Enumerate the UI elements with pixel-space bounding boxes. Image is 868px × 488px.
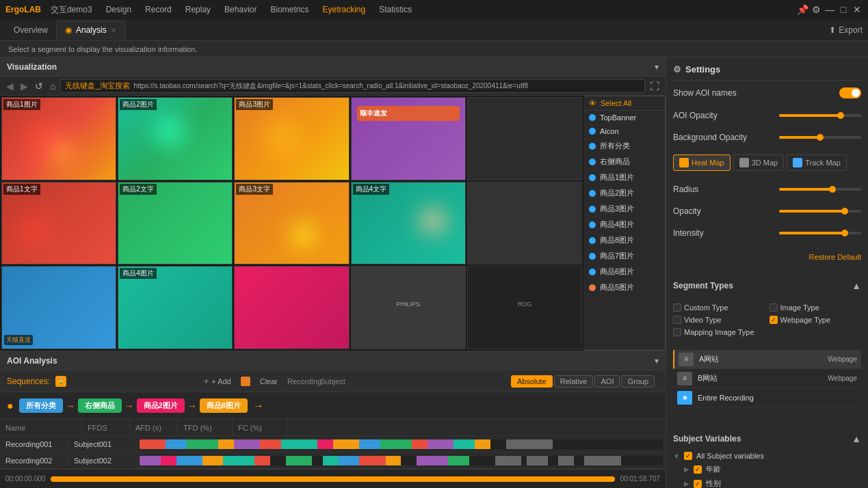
tab-analysis[interactable]: ◉ Analysis ✕ xyxy=(56,21,125,40)
cb-webpage-check[interactable]: ✓ xyxy=(770,316,778,324)
seg-item-a[interactable]: 🖥 A网站 Webpage xyxy=(673,350,861,369)
show-aoi-toggle[interactable] xyxy=(839,87,861,98)
chip-p2[interactable]: 商品2图片 xyxy=(137,398,185,413)
restore-default-button[interactable]: Restore Default xyxy=(673,253,861,261)
aoi-collapse-button[interactable]: ▾ xyxy=(655,356,659,366)
app-logo: ErgoLAB xyxy=(5,5,41,14)
close-button[interactable]: ✕ xyxy=(852,4,863,15)
minimize-button[interactable]: — xyxy=(824,4,835,15)
3dmap-tab[interactable]: 3D Map xyxy=(733,154,785,171)
nav-design[interactable]: Design xyxy=(102,5,135,14)
sv-gender-check[interactable]: ✓ xyxy=(694,480,702,488)
cb-image-check[interactable] xyxy=(770,303,778,312)
sv-all-check[interactable]: ✓ xyxy=(684,452,692,460)
aicon-dot xyxy=(589,128,596,135)
intensity-slider[interactable] xyxy=(779,232,861,234)
nav-biometrics[interactable]: Biometrics xyxy=(266,5,313,14)
home-button[interactable]: ⌂ xyxy=(48,79,57,93)
sv-age-check[interactable]: ✓ xyxy=(694,465,702,474)
project-name[interactable]: 交互demo3 xyxy=(47,4,96,16)
nav-replay[interactable]: Replay xyxy=(181,5,215,14)
cb-custom-check[interactable] xyxy=(673,303,681,312)
relative-button[interactable]: Relative xyxy=(554,375,594,388)
export-button[interactable]: ⬆ Export xyxy=(829,25,863,35)
aoi-p6[interactable]: 商品6图片 xyxy=(583,264,665,280)
trackmap-tab[interactable]: Track Map xyxy=(787,154,847,171)
p8-label: 商品8图片 xyxy=(600,235,634,245)
title-bar: ErgoLAB 交互demo3 Design Record Replay Beh… xyxy=(0,0,868,19)
absolute-button[interactable]: Absolute xyxy=(511,375,553,388)
nav-statistics[interactable]: Statistics xyxy=(375,5,416,14)
sv-age: ▶ ✓ 年龄 xyxy=(673,462,861,476)
time-progress-bar[interactable] xyxy=(51,476,614,482)
col-afd: AFD (s) xyxy=(130,420,178,435)
settings-gear-icon: ⚙ xyxy=(673,64,681,74)
chip-p8[interactable]: 商品8图片 xyxy=(200,398,248,413)
aoi-youpinpin[interactable]: 右侧商品 xyxy=(583,154,665,170)
aoi-select-all[interactable]: 👁 Select All xyxy=(583,96,665,111)
radius-slider[interactable] xyxy=(779,188,861,191)
aoi-p3[interactable]: 商品3图片 xyxy=(583,201,665,217)
aoi-p8[interactable]: 商品8图片 xyxy=(583,232,665,248)
aoi-opacity-slider[interactable] xyxy=(779,114,861,117)
aoi-suoyou[interactable]: 所有分类 xyxy=(583,138,665,154)
pin-button[interactable]: 📌 xyxy=(797,4,808,15)
nav-eyetracking[interactable]: Eyetracking xyxy=(319,5,370,14)
clear-label: Clear xyxy=(260,377,278,385)
aoi-p5[interactable]: 商品5图片 xyxy=(583,280,665,295)
tab-analysis-label: Analysis xyxy=(76,25,107,35)
opacity-slider[interactable] xyxy=(779,210,861,213)
p4-dot xyxy=(589,221,596,228)
viz-title: Visualization xyxy=(7,62,57,72)
intensity-thumb[interactable] xyxy=(841,230,848,236)
tab-overview[interactable]: Overview xyxy=(5,21,56,40)
sv-collapse-button[interactable]: ▲ xyxy=(852,433,861,444)
fullscreen-button[interactable]: ⛶ xyxy=(648,79,661,93)
aoi-button[interactable]: AOI xyxy=(594,375,620,388)
forward-button[interactable]: ▶ xyxy=(18,79,30,93)
cb-video-check[interactable] xyxy=(673,316,681,324)
back-button[interactable]: ◀ xyxy=(4,79,16,93)
nav-record[interactable]: Record xyxy=(141,5,176,14)
seg-item-entire[interactable]: ◉ Entire Recording xyxy=(673,388,861,407)
bg-opacity-slider[interactable] xyxy=(779,136,861,139)
arrow-1: → xyxy=(66,401,75,411)
maximize-button[interactable]: □ xyxy=(838,4,849,15)
suoyou-dot xyxy=(589,143,596,150)
seg-item-b[interactable]: 🖥 B网站 Webpage xyxy=(673,369,861,388)
radius-row: Radius xyxy=(673,185,861,194)
viz-collapse-button[interactable]: ▾ xyxy=(655,62,659,72)
heatmap-tab[interactable]: Heat Map xyxy=(673,154,731,171)
aoi-p1[interactable]: 商品1图片 xyxy=(583,170,665,185)
tab-close-button[interactable]: ✕ xyxy=(111,27,116,34)
bg-opacity-thumb[interactable] xyxy=(817,134,824,141)
aoi-opacity-thumb[interactable] xyxy=(837,112,844,119)
aoi-aicon[interactable]: Aicon xyxy=(583,124,665,138)
cb-mapping-check[interactable] xyxy=(673,328,681,336)
lock-icon[interactable]: 🔒 xyxy=(55,376,66,387)
aoi-opacity-fill xyxy=(779,114,841,117)
chip-youpinpin[interactable]: 右侧商品 xyxy=(78,398,122,413)
export-label: Export xyxy=(839,25,863,35)
recording-label: Recording xyxy=(287,377,315,385)
aoi-p4[interactable]: 商品4图片 xyxy=(583,217,665,232)
group-button[interactable]: Group xyxy=(621,375,655,388)
refresh-button[interactable]: ↺ xyxy=(33,79,45,93)
grid-cell-13: PHILIPS xyxy=(351,266,466,349)
p6-label: 商品6图片 xyxy=(600,267,634,277)
browser-url-bar[interactable]: 无线键盘_淘宝搜索 https://s.taobao.com/search?q=… xyxy=(60,79,645,93)
bg-opacity-row: Background Opacity xyxy=(673,133,861,142)
seq-end-arrow: → xyxy=(253,400,264,412)
aoi-p7[interactable]: 商品7图片 xyxy=(583,248,665,264)
gear-button[interactable]: ⚙ xyxy=(811,4,821,15)
aoi-topbanner[interactable]: TopBanner xyxy=(583,111,665,124)
radius-thumb[interactable] xyxy=(829,186,836,193)
opacity-thumb[interactable] xyxy=(841,208,848,215)
aoi-p2[interactable]: 商品2图片 xyxy=(583,185,665,201)
nav-behavior[interactable]: Behavior xyxy=(220,5,261,14)
chip-suoyou[interactable]: 所有分类 xyxy=(19,398,63,413)
add-button[interactable]: ＋ + Add xyxy=(198,375,235,388)
rec-name-2: Recording002 xyxy=(0,457,68,465)
clear-button[interactable]: Clear xyxy=(256,376,282,387)
segment-types-collapse[interactable]: ▲ xyxy=(852,280,861,291)
